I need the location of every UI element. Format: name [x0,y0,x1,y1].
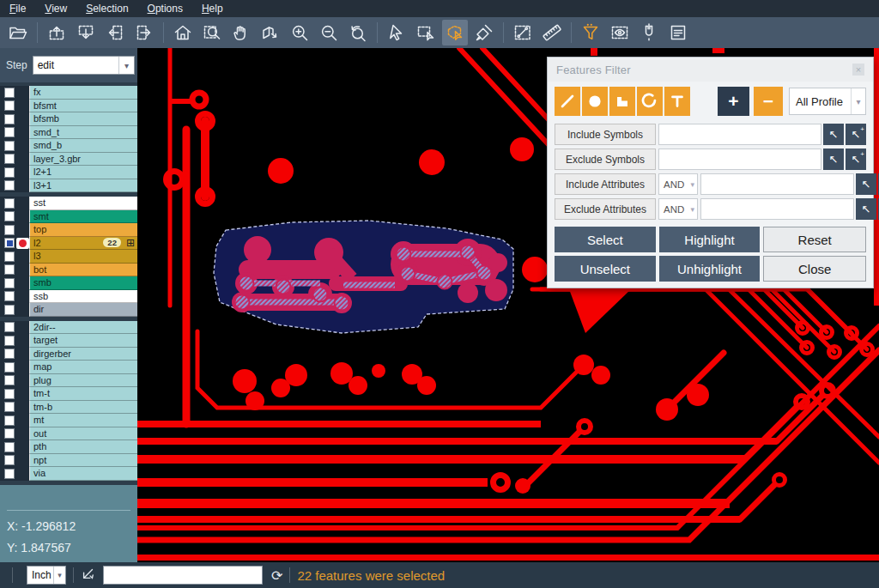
unit-select[interactable]: Inch ▾ [27,566,66,585]
layer-name[interactable]: npt [29,454,137,468]
layer-row-smb[interactable]: smb [0,276,137,290]
page-down-icon[interactable] [73,20,99,45]
menu-item-options[interactable]: Options [138,0,192,17]
layer-name[interactable]: out [29,427,137,441]
layer-row-smt[interactable]: smt [0,210,137,224]
layer-name[interactable]: target [29,334,137,348]
layer-row-tm-b[interactable]: tm-b [0,401,137,415]
layer-checkbox[interactable] [4,291,15,301]
layer-checkbox[interactable] [4,415,15,426]
rect-select-icon[interactable] [413,20,439,45]
layer-name[interactable]: fx [29,86,137,100]
layer-row-plug[interactable]: plug [0,374,137,388]
layer-checkbox[interactable] [4,252,15,262]
layer-checkbox[interactable] [4,305,15,315]
layer-row-l2[interactable]: l222⊞ [0,237,137,251]
layer-checkbox[interactable] [4,167,15,178]
layer-name[interactable]: dir [29,303,137,317]
layer-name[interactable]: pth [29,440,137,454]
layer-checkbox[interactable] [4,88,15,98]
layer-name[interactable]: top [29,223,137,237]
layer-row-pth[interactable]: pth [0,440,137,454]
flip-view-icon[interactable] [258,20,283,45]
layer-checkbox[interactable] [4,100,15,111]
include-symbols-input[interactable] [658,124,821,145]
measure-line-icon[interactable] [510,20,536,45]
layer-checkbox[interactable] [4,154,15,164]
layer-name[interactable]: smt [29,210,137,224]
layer-name[interactable]: 2dir-- [29,321,137,335]
layer-row-out[interactable]: out [0,427,137,441]
layer-checkbox[interactable] [4,442,15,452]
shape-line-icon[interactable] [555,87,580,116]
layer-row-mt[interactable]: mt [0,414,137,427]
exclude-symbols-button[interactable]: Exclude Symbols [555,149,656,170]
layer-checkbox[interactable] [4,278,15,288]
layer-name[interactable]: tm-t [29,387,137,401]
refresh-icon[interactable]: ⟳ [271,567,282,584]
page-left-icon[interactable] [102,20,128,45]
home-view-icon[interactable] [170,20,196,45]
layer-name[interactable]: tm-b [29,401,137,415]
polygon-select-icon[interactable] [442,20,468,45]
layer-name[interactable]: dirgerber [29,348,137,361]
layer-row-sst[interactable]: sst [0,197,137,210]
snap-angle-icon[interactable] [81,566,96,585]
dialog-title-bar[interactable]: Features Filter × [548,58,873,82]
layer-name[interactable]: smd_t [29,126,137,140]
layer-row-dirgerber[interactable]: dirgerber [0,348,137,361]
highlight-button[interactable]: Highlight [659,227,761,252]
layer-checkbox[interactable] [4,127,15,137]
layer-name[interactable]: sst [29,197,137,210]
layer-row-npt[interactable]: npt [0,454,137,468]
layer-name[interactable]: l3 [29,250,137,264]
measure-ruler-icon[interactable] [539,20,565,45]
features-filter-icon[interactable] [578,20,603,45]
zoom-window-icon[interactable] [199,20,225,45]
include-attributes-button[interactable]: Include Attributes [555,173,656,195]
include-attributes-operator-select[interactable]: AND▾ [658,173,698,195]
profile-select[interactable]: All Profile ▾ [789,88,866,115]
select-button[interactable]: Select [555,227,656,252]
layer-checkbox[interactable] [4,225,15,235]
exclude-symbols-pick-icon[interactable]: ↖ [823,149,844,170]
step-select[interactable]: edit ▾ [33,56,135,75]
layer-checkbox[interactable] [4,198,15,209]
layer-row-map[interactable]: map [0,361,137,374]
reset-button[interactable]: Reset [763,227,866,252]
zoom-out-icon[interactable] [316,20,342,45]
layer-row-via[interactable]: via [0,467,137,481]
layer-checkbox[interactable] [4,469,15,479]
layer-name[interactable]: layer_3.gbr [29,153,137,167]
layer-name[interactable]: l3+1 [29,179,137,193]
layer-checkbox[interactable] [4,428,15,439]
layer-checkbox[interactable] [4,180,15,191]
layers-panel-icon[interactable] [665,20,691,45]
zoom-in-icon[interactable] [287,20,312,45]
include-attributes-input[interactable] [700,173,854,195]
menu-item-file[interactable]: File [0,0,35,17]
add-filter-button[interactable]: + [718,87,749,116]
include-symbols-button[interactable]: Include Symbols [555,124,656,145]
layer-checkbox[interactable] [4,336,15,346]
layer-row-bfsmt[interactable]: bfsmt [0,100,137,113]
open-folder-icon[interactable] [5,20,31,45]
layer-row-layer_3.gbr[interactable]: layer_3.gbr [0,153,137,167]
command-input[interactable] [103,566,263,585]
select-cursor-icon[interactable] [384,20,409,45]
exclude-attributes-pick-icon[interactable]: ↖ [856,198,876,220]
shape-polygon-icon[interactable] [609,87,635,116]
layer-checkbox[interactable] [4,322,15,332]
remove-filter-button[interactable]: − [754,87,783,116]
menu-item-selection[interactable]: Selection [76,0,137,17]
layer-name[interactable]: plug [29,374,137,388]
exclude-attributes-input[interactable] [700,198,854,220]
layer-row-2dir--[interactable]: 2dir-- [0,321,137,335]
menu-item-view[interactable]: View [35,0,76,17]
layer-checkbox[interactable] [4,349,15,359]
layer-row-fx[interactable]: fx [0,86,137,100]
unhighlight-button[interactable]: Unhighlight [659,256,761,282]
layer-name[interactable]: smb [29,276,137,290]
zoom-previous-icon[interactable] [345,20,371,45]
layer-checkbox[interactable] [4,114,15,124]
